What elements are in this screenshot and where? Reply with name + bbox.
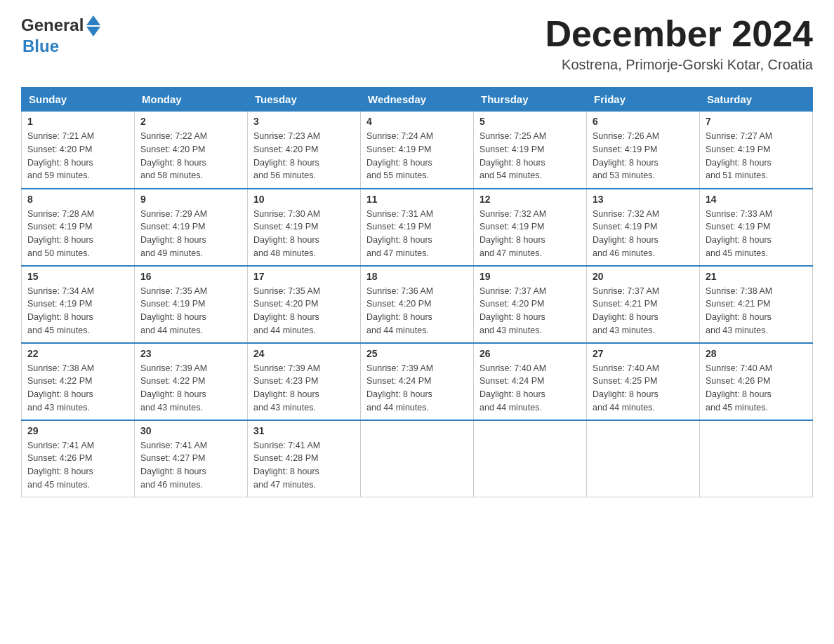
col-tuesday: Tuesday xyxy=(248,88,361,112)
day-info: Sunrise: 7:31 AMSunset: 4:19 PMDaylight:… xyxy=(366,208,468,260)
day-number: 6 xyxy=(593,116,694,127)
calendar-day-cell: 11Sunrise: 7:31 AMSunset: 4:19 PMDayligh… xyxy=(361,189,474,266)
day-info: Sunrise: 7:41 AMSunset: 4:28 PMDaylight:… xyxy=(253,439,355,492)
day-info: Sunrise: 7:39 AMSunset: 4:22 PMDaylight:… xyxy=(140,362,241,415)
day-number: 3 xyxy=(253,116,355,127)
day-info: Sunrise: 7:37 AMSunset: 4:20 PMDaylight:… xyxy=(479,285,581,337)
day-number: 20 xyxy=(593,271,694,282)
calendar-day-cell xyxy=(474,420,587,497)
day-info: Sunrise: 7:24 AMSunset: 4:19 PMDaylight:… xyxy=(366,130,468,182)
day-info: Sunrise: 7:26 AMSunset: 4:19 PMDaylight:… xyxy=(593,130,694,182)
day-info: Sunrise: 7:38 AMSunset: 4:21 PMDaylight:… xyxy=(706,285,807,337)
calendar-day-cell: 1Sunrise: 7:21 AMSunset: 4:20 PMDaylight… xyxy=(22,112,135,189)
col-sunday: Sunday xyxy=(22,88,135,112)
calendar-week-2: 8Sunrise: 7:28 AMSunset: 4:19 PMDaylight… xyxy=(22,189,813,266)
day-number: 18 xyxy=(366,271,468,282)
day-number: 17 xyxy=(253,271,355,282)
calendar-day-cell: 17Sunrise: 7:35 AMSunset: 4:20 PMDayligh… xyxy=(248,266,361,343)
month-title: December 2024 xyxy=(545,14,813,54)
calendar-day-cell: 31Sunrise: 7:41 AMSunset: 4:28 PMDayligh… xyxy=(248,420,361,497)
day-number: 27 xyxy=(593,348,694,359)
logo-general-text: General xyxy=(21,15,84,35)
calendar-day-cell: 21Sunrise: 7:38 AMSunset: 4:21 PMDayligh… xyxy=(700,266,813,343)
day-number: 10 xyxy=(253,194,355,205)
day-number: 31 xyxy=(253,425,355,436)
day-number: 2 xyxy=(140,116,241,127)
calendar-day-cell: 16Sunrise: 7:35 AMSunset: 4:19 PMDayligh… xyxy=(135,266,248,343)
day-info: Sunrise: 7:40 AMSunset: 4:24 PMDaylight:… xyxy=(479,362,581,415)
day-info: Sunrise: 7:23 AMSunset: 4:20 PMDaylight:… xyxy=(253,130,355,182)
day-number: 23 xyxy=(140,348,241,359)
calendar-day-cell: 4Sunrise: 7:24 AMSunset: 4:19 PMDaylight… xyxy=(361,112,474,189)
day-info: Sunrise: 7:40 AMSunset: 4:26 PMDaylight:… xyxy=(706,362,807,415)
calendar-day-cell: 25Sunrise: 7:39 AMSunset: 4:24 PMDayligh… xyxy=(361,343,474,420)
calendar-day-cell: 30Sunrise: 7:41 AMSunset: 4:27 PMDayligh… xyxy=(135,420,248,497)
calendar-day-cell: 10Sunrise: 7:30 AMSunset: 4:19 PMDayligh… xyxy=(248,189,361,266)
day-info: Sunrise: 7:29 AMSunset: 4:19 PMDaylight:… xyxy=(140,208,241,260)
calendar-day-cell: 14Sunrise: 7:33 AMSunset: 4:19 PMDayligh… xyxy=(700,189,813,266)
day-info: Sunrise: 7:35 AMSunset: 4:20 PMDaylight:… xyxy=(253,285,355,337)
col-wednesday: Wednesday xyxy=(361,88,474,112)
calendar-day-cell: 28Sunrise: 7:40 AMSunset: 4:26 PMDayligh… xyxy=(700,343,813,420)
calendar-day-cell xyxy=(700,420,813,497)
calendar-day-cell: 6Sunrise: 7:26 AMSunset: 4:19 PMDaylight… xyxy=(587,112,700,189)
day-info: Sunrise: 7:39 AMSunset: 4:23 PMDaylight:… xyxy=(253,362,355,415)
calendar-day-cell: 8Sunrise: 7:28 AMSunset: 4:19 PMDaylight… xyxy=(22,189,135,266)
calendar-day-cell: 26Sunrise: 7:40 AMSunset: 4:24 PMDayligh… xyxy=(474,343,587,420)
calendar-day-cell: 12Sunrise: 7:32 AMSunset: 4:19 PMDayligh… xyxy=(474,189,587,266)
calendar-day-cell: 27Sunrise: 7:40 AMSunset: 4:25 PMDayligh… xyxy=(587,343,700,420)
day-number: 9 xyxy=(140,194,241,205)
day-info: Sunrise: 7:22 AMSunset: 4:20 PMDaylight:… xyxy=(140,130,241,182)
logo-blue-text: Blue xyxy=(22,36,100,56)
day-info: Sunrise: 7:36 AMSunset: 4:20 PMDaylight:… xyxy=(366,285,468,337)
calendar-day-cell xyxy=(587,420,700,497)
calendar-body: 1Sunrise: 7:21 AMSunset: 4:20 PMDaylight… xyxy=(22,112,813,497)
calendar-day-cell: 15Sunrise: 7:34 AMSunset: 4:19 PMDayligh… xyxy=(22,266,135,343)
day-info: Sunrise: 7:35 AMSunset: 4:19 PMDaylight:… xyxy=(140,285,241,337)
day-info: Sunrise: 7:32 AMSunset: 4:19 PMDaylight:… xyxy=(593,208,694,260)
day-number: 19 xyxy=(479,271,581,282)
day-number: 25 xyxy=(366,348,468,359)
day-number: 11 xyxy=(366,194,468,205)
day-info: Sunrise: 7:33 AMSunset: 4:19 PMDaylight:… xyxy=(706,208,807,260)
day-info: Sunrise: 7:38 AMSunset: 4:22 PMDaylight:… xyxy=(27,362,128,415)
day-info: Sunrise: 7:25 AMSunset: 4:19 PMDaylight:… xyxy=(479,130,581,182)
day-number: 14 xyxy=(706,194,807,205)
day-info: Sunrise: 7:21 AMSunset: 4:20 PMDaylight:… xyxy=(27,130,128,182)
calendar-day-cell: 22Sunrise: 7:38 AMSunset: 4:22 PMDayligh… xyxy=(22,343,135,420)
calendar-header-row: Sunday Monday Tuesday Wednesday Thursday… xyxy=(22,88,813,112)
calendar-week-4: 22Sunrise: 7:38 AMSunset: 4:22 PMDayligh… xyxy=(22,343,813,420)
day-number: 13 xyxy=(593,194,694,205)
day-info: Sunrise: 7:32 AMSunset: 4:19 PMDaylight:… xyxy=(479,208,581,260)
day-info: Sunrise: 7:27 AMSunset: 4:19 PMDaylight:… xyxy=(706,130,807,182)
day-number: 26 xyxy=(479,348,581,359)
day-info: Sunrise: 7:28 AMSunset: 4:19 PMDaylight:… xyxy=(27,208,128,260)
calendar-day-cell: 24Sunrise: 7:39 AMSunset: 4:23 PMDayligh… xyxy=(248,343,361,420)
calendar-week-1: 1Sunrise: 7:21 AMSunset: 4:20 PMDaylight… xyxy=(22,112,813,189)
day-number: 1 xyxy=(27,116,128,127)
calendar-day-cell: 29Sunrise: 7:41 AMSunset: 4:26 PMDayligh… xyxy=(22,420,135,497)
day-number: 5 xyxy=(479,116,581,127)
day-number: 16 xyxy=(140,271,241,282)
calendar-day-cell: 19Sunrise: 7:37 AMSunset: 4:20 PMDayligh… xyxy=(474,266,587,343)
calendar-day-cell: 20Sunrise: 7:37 AMSunset: 4:21 PMDayligh… xyxy=(587,266,700,343)
calendar-day-cell: 9Sunrise: 7:29 AMSunset: 4:19 PMDaylight… xyxy=(135,189,248,266)
col-thursday: Thursday xyxy=(474,88,587,112)
calendar-day-cell: 3Sunrise: 7:23 AMSunset: 4:20 PMDaylight… xyxy=(248,112,361,189)
day-number: 12 xyxy=(479,194,581,205)
day-info: Sunrise: 7:40 AMSunset: 4:25 PMDaylight:… xyxy=(593,362,694,415)
calendar-table: Sunday Monday Tuesday Wednesday Thursday… xyxy=(21,87,813,497)
day-number: 30 xyxy=(140,425,241,436)
day-number: 24 xyxy=(253,348,355,359)
day-number: 8 xyxy=(27,194,128,205)
day-info: Sunrise: 7:30 AMSunset: 4:19 PMDaylight:… xyxy=(253,208,355,260)
day-info: Sunrise: 7:41 AMSunset: 4:27 PMDaylight:… xyxy=(140,439,241,492)
day-info: Sunrise: 7:41 AMSunset: 4:26 PMDaylight:… xyxy=(27,439,128,492)
day-number: 29 xyxy=(27,425,128,436)
day-number: 22 xyxy=(27,348,128,359)
calendar-day-cell: 5Sunrise: 7:25 AMSunset: 4:19 PMDaylight… xyxy=(474,112,587,189)
calendar-week-3: 15Sunrise: 7:34 AMSunset: 4:19 PMDayligh… xyxy=(22,266,813,343)
calendar-week-5: 29Sunrise: 7:41 AMSunset: 4:26 PMDayligh… xyxy=(22,420,813,497)
calendar-day-cell: 7Sunrise: 7:27 AMSunset: 4:19 PMDaylight… xyxy=(700,112,813,189)
logo: General Blue xyxy=(21,14,100,56)
